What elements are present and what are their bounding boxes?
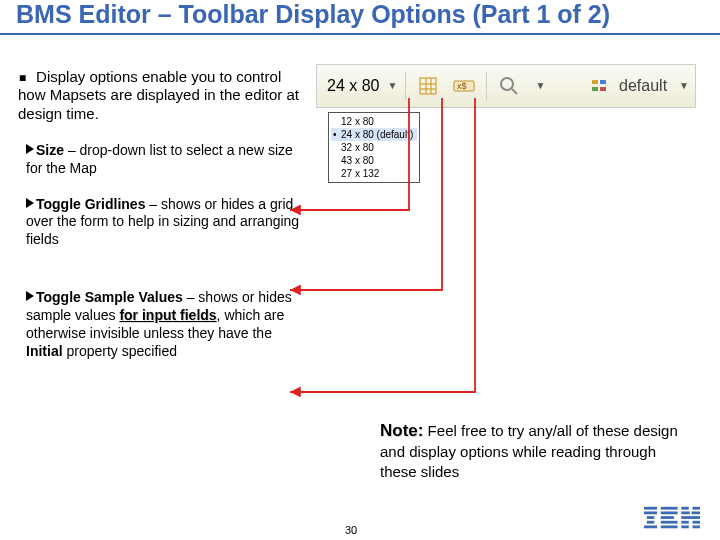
bullet-title: Size: [36, 142, 64, 158]
intro-text: ▪ Display options enable you to control …: [18, 68, 310, 124]
dropdown-item[interactable]: 32 x 80: [331, 141, 417, 154]
svg-rect-26: [692, 511, 700, 514]
svg-point-7: [501, 78, 513, 90]
svg-rect-15: [647, 516, 654, 519]
content-area: ▪ Display options enable you to control …: [0, 56, 720, 379]
svg-rect-17: [644, 525, 657, 528]
svg-rect-30: [681, 525, 688, 528]
svg-rect-27: [681, 516, 700, 519]
svg-rect-11: [592, 87, 598, 91]
page-number: 30: [345, 524, 357, 536]
chevron-down-icon: ▼: [387, 80, 397, 91]
dropdown-item[interactable]: 24 x 80 (default): [331, 128, 417, 141]
palette-button[interactable]: [589, 72, 609, 100]
svg-rect-18: [661, 507, 678, 510]
svg-rect-16: [647, 521, 654, 524]
svg-rect-14: [644, 511, 657, 514]
bullet-gridlines: Toggle Gridlines – shows or hides a grid…: [26, 196, 310, 250]
note: Note: Feel free to try any/all of these …: [380, 420, 690, 481]
svg-line-8: [512, 89, 517, 94]
bullet-sample-values: Toggle Sample Values – shows or hides sa…: [26, 289, 310, 361]
chevron-down-icon: ▼: [679, 80, 689, 91]
svg-rect-25: [681, 511, 689, 514]
palette-label: default: [619, 77, 667, 95]
palette-icon: [590, 77, 608, 95]
svg-rect-23: [681, 507, 688, 510]
svg-rect-13: [644, 507, 657, 510]
svg-rect-9: [592, 80, 598, 84]
svg-rect-21: [661, 521, 678, 524]
page-title: BMS Editor – Toolbar Display Options (Pa…: [0, 0, 720, 35]
magnifier-icon: [499, 76, 519, 96]
toolbar-separator: [405, 72, 406, 100]
svg-text:x$: x$: [457, 81, 467, 91]
toggle-sample-values-button[interactable]: x$: [450, 72, 478, 100]
triangle-icon: [26, 198, 34, 208]
bullet-body-tail: property specified: [63, 343, 177, 359]
svg-rect-31: [693, 525, 700, 528]
svg-rect-29: [693, 521, 700, 524]
bullet-body: – drop-down list to select a new size fo…: [26, 142, 293, 176]
toolbar: 24 x 80 ▼ x$ ▼ default ▼: [316, 64, 696, 108]
toggle-gridlines-button[interactable]: [414, 72, 442, 100]
zoom-button[interactable]: [495, 72, 523, 100]
size-dropdown-menu: 12 x 80 24 x 80 (default) 32 x 80 43 x 8…: [328, 112, 420, 183]
svg-rect-28: [681, 521, 688, 524]
svg-rect-19: [661, 511, 678, 514]
note-body: Feel free to try any/all of these design…: [380, 422, 678, 480]
bullet-title: Toggle Gridlines: [36, 196, 145, 212]
bullet-body-bold: Initial: [26, 343, 63, 359]
bullet-list: Size – drop-down list to select a new si…: [10, 142, 310, 361]
svg-rect-12: [600, 87, 606, 91]
bullet-title: Toggle Sample Values: [36, 289, 183, 305]
triangle-icon: [26, 291, 34, 301]
triangle-icon: [26, 144, 34, 154]
note-title: Note:: [380, 421, 423, 440]
toolbar-separator: [486, 72, 487, 100]
dropdown-item[interactable]: 12 x 80: [331, 115, 417, 128]
dropdown-item[interactable]: 43 x 80: [331, 154, 417, 167]
chevron-down-icon: ▼: [535, 80, 545, 91]
dropdown-item[interactable]: 27 x 132: [331, 167, 417, 180]
left-column: ▪ Display options enable you to control …: [10, 62, 310, 379]
ibm-logo: [644, 506, 700, 534]
right-column: 24 x 80 ▼ x$ ▼ default ▼ 12 x 80: [310, 62, 710, 379]
size-dropdown[interactable]: 24 x 80 ▼: [323, 75, 401, 97]
svg-rect-22: [661, 525, 678, 528]
bullet-square: ▪: [18, 68, 36, 86]
sample-values-icon: x$: [453, 76, 475, 96]
svg-rect-20: [661, 516, 674, 519]
intro-body: Display options enable you to control ho…: [18, 68, 299, 123]
svg-rect-0: [420, 78, 436, 94]
svg-rect-24: [693, 507, 700, 510]
grid-icon: [418, 76, 438, 96]
svg-rect-10: [600, 80, 606, 84]
bullet-body-em: for input fields: [119, 307, 216, 323]
bullet-size: Size – drop-down list to select a new si…: [26, 142, 310, 178]
size-label: 24 x 80: [327, 77, 379, 95]
